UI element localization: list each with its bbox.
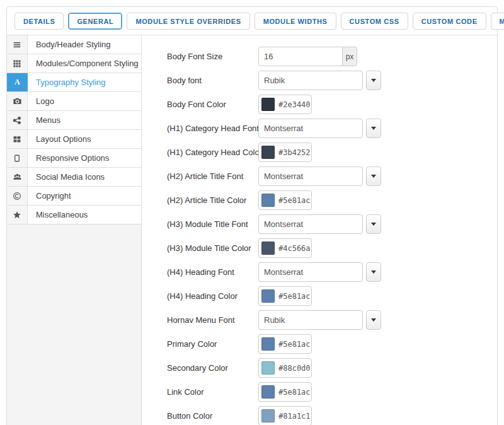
body-font-select[interactable]: Rubik bbox=[258, 71, 363, 90]
color-hex-value: #5e81ac bbox=[278, 292, 311, 301]
field-label: (H3) Module Title Color bbox=[167, 243, 258, 253]
button-color-picker[interactable]: #81a1c1 bbox=[258, 406, 312, 425]
tab-custom-code[interactable]: CUSTOM CODE bbox=[413, 13, 486, 30]
secondary-color-picker[interactable]: #88c0d0 bbox=[258, 358, 312, 378]
sidebar-item-icon-cell bbox=[7, 35, 28, 54]
sidebar-item-menus[interactable]: Menus bbox=[7, 111, 141, 130]
field-label: Body font bbox=[167, 76, 258, 85]
camera-icon bbox=[13, 96, 22, 106]
field-body-font: Body fontRubik bbox=[167, 71, 497, 90]
sidebar-item-responsive-options[interactable]: Responsive Options bbox=[7, 149, 141, 168]
sidebar-item-label: Modules/Component Styling bbox=[28, 54, 141, 73]
field-control: Montserrat bbox=[258, 119, 381, 138]
h4-heading-color-picker[interactable]: #5e81ac bbox=[258, 286, 312, 306]
field-label: Body Font Color bbox=[167, 100, 258, 109]
sidebar-item-label: Layout Options bbox=[28, 130, 141, 148]
tab-module-widths[interactable]: MODULE WIDTHS bbox=[255, 13, 336, 30]
field-label: Body Font Size bbox=[167, 52, 258, 61]
h3-module-title-font-dropdown-button[interactable] bbox=[366, 214, 381, 234]
sidebar-item-label: Logo bbox=[28, 92, 141, 110]
field-label: Link Color bbox=[167, 387, 258, 397]
hornav-menu-font-select[interactable]: Rubik bbox=[258, 310, 363, 330]
color-hex-value: #2e3440 bbox=[278, 100, 311, 109]
field-h3-module-title-color: (H3) Module Title Color#4c566a bbox=[167, 238, 497, 258]
tablet-icon bbox=[13, 154, 21, 163]
caret-down-icon bbox=[371, 79, 376, 82]
sidebar-item-layout-options[interactable]: Layout Options bbox=[7, 130, 141, 149]
field-primary-color: Primary Color#5e81ac bbox=[167, 334, 497, 354]
sidebar-item-miscellaneous[interactable]: Miscellaneous bbox=[7, 206, 141, 224]
sidebar-item-label: Copyright bbox=[28, 187, 141, 205]
typography-a-icon: A bbox=[13, 78, 22, 87]
link-color-picker[interactable]: #5e81ac bbox=[258, 382, 312, 402]
h4-heading-font-dropdown-button[interactable] bbox=[366, 262, 381, 282]
field-h4-heading-color: (H4) Heading Color#5e81ac bbox=[167, 286, 497, 306]
field-control: Rubik bbox=[258, 71, 381, 90]
field-control: #88c0d0 bbox=[258, 358, 312, 378]
sidebar-item-typography-styling[interactable]: ATypography Styling bbox=[7, 73, 141, 92]
sidebar-item-icon-cell: A bbox=[7, 73, 28, 91]
h2-article-title-color-picker[interactable]: #5e81ac bbox=[258, 190, 312, 210]
h3-module-title-color-picker[interactable]: #4c566a bbox=[258, 238, 312, 258]
body-font-dropdown-button[interactable] bbox=[366, 71, 381, 90]
copyright-icon bbox=[13, 192, 21, 201]
sidebar-item-icon-cell bbox=[7, 149, 28, 167]
sidebar-item-icon-cell bbox=[7, 187, 28, 205]
sidebar-item-social-media-icons[interactable]: Social Media Icons bbox=[7, 168, 141, 187]
field-control: Rubik bbox=[258, 310, 381, 330]
h2-article-title-font-select[interactable]: Montserrat bbox=[258, 166, 363, 186]
sidebar-item-label: Typography Styling bbox=[28, 73, 141, 91]
h1-category-head-color-picker[interactable]: #3b4252 bbox=[258, 143, 312, 162]
field-h3-module-title-font: (H3) Module Title FontMontserrat bbox=[167, 214, 497, 234]
tab-general[interactable]: GENERAL bbox=[68, 13, 122, 30]
field-label: (H3) Module Title Font bbox=[167, 219, 258, 229]
select-value: Montserrat bbox=[264, 267, 303, 277]
caret-down-icon bbox=[371, 175, 376, 178]
sidebar-item-icon-cell bbox=[7, 206, 28, 224]
sidebar-item-label: Responsive Options bbox=[28, 149, 141, 167]
select-value: Rubik bbox=[264, 76, 285, 85]
hornav-menu-font-dropdown-button[interactable] bbox=[366, 310, 381, 330]
field-control: #5e81ac bbox=[258, 382, 312, 402]
field-label: Secondary Color bbox=[167, 363, 258, 373]
h3-module-title-font-select[interactable]: Montserrat bbox=[258, 214, 363, 234]
settings-sidebar: Body/Header StylingModules/Component Sty… bbox=[7, 35, 142, 425]
h1-category-head-font-dropdown-button[interactable] bbox=[366, 119, 381, 138]
sidebar-item-logo[interactable]: Logo bbox=[7, 92, 141, 111]
caret-down-icon bbox=[371, 223, 376, 226]
field-label: Button Color bbox=[167, 411, 258, 421]
tab-module-style-overrides[interactable]: MODULE STYLE OVERRIDES bbox=[127, 13, 249, 30]
h2-article-title-font-dropdown-button[interactable] bbox=[366, 166, 381, 186]
caret-down-icon bbox=[371, 318, 376, 322]
field-label: Hornav Menu Font bbox=[167, 315, 258, 325]
sidebar-item-modules-component-styling[interactable]: Modules/Component Styling bbox=[7, 54, 141, 73]
color-swatch bbox=[261, 242, 275, 255]
sidebar-item-label: Miscellaneous bbox=[28, 206, 141, 224]
tab-menu-assignment[interactable]: MENU ASSIGNMENT bbox=[491, 13, 504, 30]
field-control: Montserrat bbox=[258, 166, 381, 186]
sidebar-item-label: Body/Header Styling bbox=[28, 35, 141, 54]
color-swatch bbox=[261, 409, 275, 422]
h4-heading-font-select[interactable]: Montserrat bbox=[258, 262, 363, 282]
field-control: #5e81ac bbox=[258, 286, 312, 306]
field-control: #3b4252 bbox=[258, 143, 312, 162]
field-body-font-size: Body Font Sizepx bbox=[167, 47, 497, 66]
template-settings-panel: DETAILSGENERALMODULE STYLE OVERRIDESMODU… bbox=[6, 6, 498, 425]
tab-details[interactable]: DETAILS bbox=[14, 13, 64, 30]
color-hex-value: #3b4252 bbox=[278, 148, 311, 157]
field-h2-article-title-color: (H2) Article Title Color#5e81ac bbox=[167, 190, 497, 210]
sidebar-item-copyright[interactable]: Copyright bbox=[7, 187, 141, 206]
field-label: (H2) Article Title Color bbox=[167, 195, 258, 205]
sidebar-item-body-header-styling[interactable]: Body/Header Styling bbox=[7, 35, 141, 54]
tab-custom-css[interactable]: CUSTOM CSS bbox=[341, 13, 408, 30]
caret-down-icon bbox=[371, 271, 376, 274]
share-nodes-icon bbox=[13, 116, 21, 125]
color-hex-value: #81a1c1 bbox=[278, 412, 311, 421]
field-h4-heading-font: (H4) Heading FontMontserrat bbox=[167, 262, 497, 282]
h1-category-head-font-select[interactable]: Montserrat bbox=[258, 119, 363, 138]
body-font-size-input[interactable] bbox=[258, 47, 343, 66]
body-font-color-picker[interactable]: #2e3440 bbox=[258, 95, 312, 114]
star-icon bbox=[13, 211, 21, 219]
primary-color-picker[interactable]: #5e81ac bbox=[258, 334, 312, 354]
field-link-color: Link Color#5e81ac bbox=[167, 382, 497, 402]
